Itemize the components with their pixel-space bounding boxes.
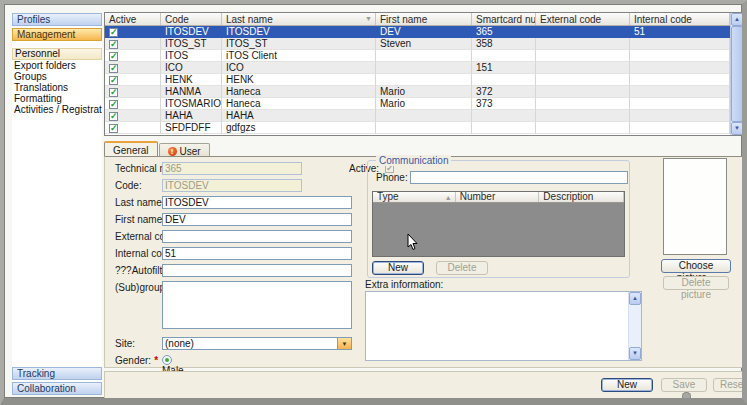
column-header-smartcard-number[interactable]: Smartcard number <box>472 13 536 25</box>
sidebar-item-personnel[interactable]: Personnel <box>12 48 102 60</box>
sidebar-item-translations[interactable]: Translations <box>12 82 102 93</box>
detail-tabs: General ! User <box>104 141 211 157</box>
cell-external <box>536 86 630 98</box>
cell-first_name: Mario <box>376 86 472 98</box>
active-check-icon[interactable]: ✓ <box>109 88 118 97</box>
extra-information-field[interactable]: ▲ ▼ <box>365 291 642 361</box>
comm-column-header-description[interactable]: Description <box>539 192 624 202</box>
cell-active: ✓ <box>105 110 161 122</box>
internal-code-field[interactable] <box>162 247 352 260</box>
cell-smartcard <box>472 74 536 86</box>
subgroups-field[interactable] <box>162 281 352 329</box>
sidebar-section-collaboration[interactable]: Collaboration <box>12 382 102 395</box>
column-header-last-name[interactable]: Last name▼ <box>222 13 376 25</box>
extra-info-scrollbar[interactable]: ▲ ▼ <box>628 292 641 360</box>
personnel-row-henk[interactable]: ✓HENKHENK <box>105 74 730 86</box>
cell-external <box>536 50 630 62</box>
personnel-row-sfdfdff[interactable]: ✓SFDFDFFgdfgzs <box>105 122 730 134</box>
personnel-row-hanma[interactable]: ✓HANMAHanecaMario372 <box>105 86 730 98</box>
app-window: Profiles Management PersonnelExport fold… <box>0 0 747 405</box>
cell-internal: 51 <box>630 26 730 38</box>
cell-smartcard: 358 <box>472 38 536 50</box>
personnel-row-haha[interactable]: ✓HAHAHAHA <box>105 110 730 122</box>
last-name-field[interactable] <box>162 196 352 209</box>
cell-active: ✓ <box>105 38 161 50</box>
scroll-down-icon[interactable]: ▼ <box>731 122 743 135</box>
comm-column-header-number[interactable]: Number <box>456 192 540 202</box>
communication-new-button[interactable]: New <box>372 261 424 275</box>
communication-group: Communication Phone: Type▲NumberDescript… <box>367 160 630 278</box>
sidebar-section-tracking[interactable]: Tracking <box>12 367 102 380</box>
general-tab-panel: Technical no.: Active: ✓ Code: Last name… <box>104 156 744 368</box>
cell-internal <box>630 98 730 110</box>
comm-column-header-type[interactable]: Type▲ <box>373 192 456 202</box>
tab-general-label: General <box>113 145 149 156</box>
column-header-active[interactable]: Active <box>105 13 161 25</box>
cell-internal <box>630 86 730 98</box>
tab-user[interactable]: ! User <box>159 143 210 157</box>
sidebar-item-activities-registrations[interactable]: Activities / Registrations <box>12 104 102 115</box>
active-check-icon[interactable]: ✓ <box>109 112 118 121</box>
site-dropdown-icon[interactable]: ▼ <box>338 337 352 350</box>
personnel-row-itosdev[interactable]: ✓ITOSDEVITOSDEVDEV36551 <box>105 26 730 38</box>
sort-asc-icon: ▲ <box>445 193 452 202</box>
active-check-icon[interactable]: ✓ <box>109 124 118 133</box>
grid-scrollbar[interactable]: ▲ ▼ <box>730 13 743 135</box>
personnel-grid-body: ✓ITOSDEVITOSDEVDEV36551✓ITOS_STITOS_STSt… <box>105 26 730 135</box>
cell-last_name: Haneca <box>222 86 376 98</box>
external-code-field[interactable] <box>162 230 352 243</box>
cell-code: HANMA <box>161 86 222 98</box>
cell-first_name <box>376 122 472 134</box>
cell-first_name <box>376 50 472 62</box>
scroll-up-icon[interactable]: ▲ <box>629 292 641 305</box>
cell-smartcard <box>472 122 536 134</box>
tab-general[interactable]: General <box>104 141 158 157</box>
active-check-icon[interactable]: ✓ <box>109 40 118 49</box>
column-header-code[interactable]: Code <box>161 13 222 25</box>
cell-first_name <box>376 110 472 122</box>
sidebar-item-formatting[interactable]: Formatting <box>12 93 102 104</box>
active-check-icon[interactable]: ✓ <box>109 100 118 109</box>
save-status-icon <box>682 392 691 401</box>
first-name-field[interactable] <box>162 213 352 226</box>
active-check-icon[interactable]: ✓ <box>109 52 118 61</box>
choose-picture-button[interactable]: Choose picture... <box>661 259 731 273</box>
active-check-icon[interactable]: ✓ <box>109 76 118 85</box>
communication-grid[interactable]: Type▲NumberDescription <box>372 191 625 257</box>
personnel-row-ico[interactable]: ✓ICOICO151 <box>105 62 730 74</box>
column-header-external-code[interactable]: External code <box>536 13 630 25</box>
sidebar-item-groups[interactable]: Groups <box>12 71 102 82</box>
cell-active: ✓ <box>105 74 161 86</box>
sidebar-nav-list: PersonnelExport foldersGroupsTranslation… <box>12 45 102 363</box>
cell-last_name: HENK <box>222 74 376 86</box>
active-check-icon[interactable]: ✓ <box>109 64 118 73</box>
cell-last_name: iTOS Client <box>222 50 376 62</box>
personnel-row-itos[interactable]: ✓ITOSiTOS Client <box>105 50 730 62</box>
cell-internal <box>630 38 730 50</box>
footer-new-button[interactable]: New <box>601 378 653 392</box>
column-header-first-name[interactable]: First name <box>376 13 472 25</box>
cell-last_name: ITOS_ST <box>222 38 376 50</box>
phone-field[interactable] <box>410 171 628 184</box>
autofilter-field[interactable] <box>162 264 352 277</box>
scroll-up-icon[interactable]: ▲ <box>731 13 743 26</box>
gender-male-radio[interactable] <box>162 355 172 365</box>
communication-grid-header: Type▲NumberDescription <box>373 192 624 203</box>
sidebar-section-profiles[interactable]: Profiles <box>12 13 102 26</box>
communication-title: Communication <box>376 155 451 166</box>
scroll-down-icon[interactable]: ▼ <box>629 347 641 360</box>
personnel-row-itosmario[interactable]: ✓ITOSMARIOHanecaMario373 <box>105 98 730 110</box>
column-header-internal-code[interactable]: Internal code <box>630 13 730 25</box>
cell-smartcard <box>472 50 536 62</box>
site-combo[interactable] <box>162 337 338 350</box>
personnel-row-itos_st[interactable]: ✓ITOS_STITOS_STSteven358 <box>105 38 730 50</box>
active-check-icon[interactable]: ✓ <box>109 28 118 37</box>
cell-code: ITOSMARIO <box>161 98 222 110</box>
sidebar-item-export-folders[interactable]: Export folders <box>12 60 102 71</box>
personnel-grid: ActiveCodeLast name▼First nameSmartcard … <box>104 12 744 136</box>
sidebar-section-management[interactable]: Management <box>12 28 102 41</box>
cell-smartcard <box>472 110 536 122</box>
extra-information-label: Extra information: <box>365 279 443 290</box>
scrollbar-thumb[interactable] <box>731 26 743 122</box>
cell-active: ✓ <box>105 26 161 38</box>
